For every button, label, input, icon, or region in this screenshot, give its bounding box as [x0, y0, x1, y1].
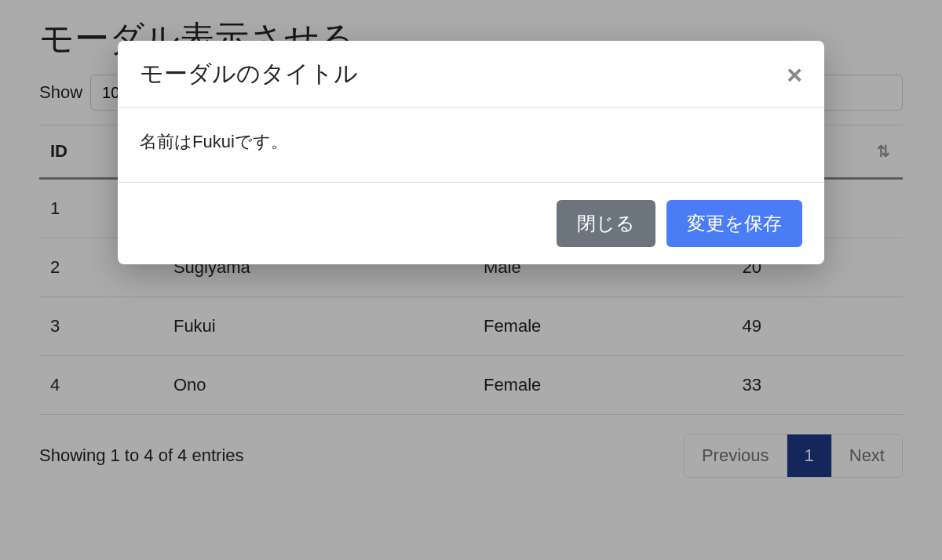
- modal-dialog: モーダルのタイトル × 名前はFukuiです。 閉じる 変更を保存: [118, 41, 824, 264]
- modal-footer: 閉じる 変更を保存: [118, 183, 824, 264]
- close-button[interactable]: 閉じる: [557, 200, 655, 247]
- modal-body: 名前はFukuiです。: [118, 108, 824, 183]
- modal-header: モーダルのタイトル ×: [118, 41, 824, 108]
- save-button[interactable]: 変更を保存: [666, 200, 802, 247]
- close-icon[interactable]: ×: [787, 61, 802, 88]
- modal-title: モーダルのタイトル: [140, 58, 358, 90]
